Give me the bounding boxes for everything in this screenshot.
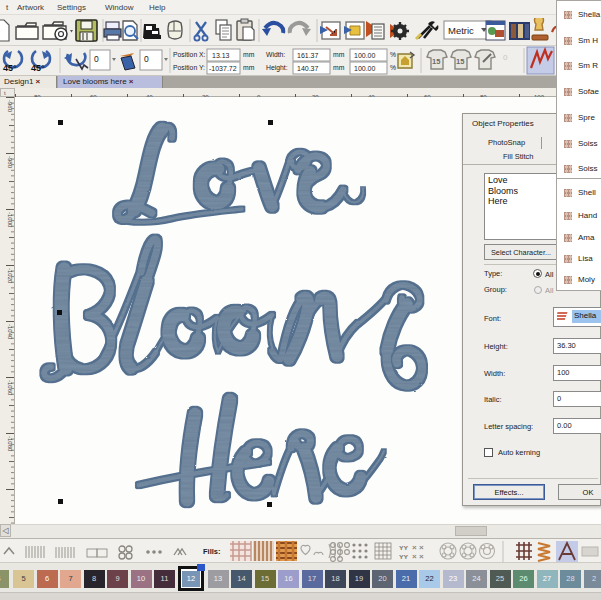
svg-text:100.00: 100.00 <box>354 65 376 72</box>
svg-text:45°: 45° <box>3 63 17 73</box>
svg-text:-1060: -1060 <box>7 380 13 396</box>
svg-text:%: % <box>390 64 396 71</box>
svg-text:100.00: 100.00 <box>354 52 376 59</box>
svg-text:Width:: Width: <box>266 51 285 58</box>
svg-text:-1040: -1040 <box>7 324 13 340</box>
svg-text:-1080: -1080 <box>7 436 13 452</box>
svg-text:140.37: 140.37 <box>297 65 319 72</box>
svg-text:ʏʏ: ʏʏ <box>399 552 409 561</box>
svg-text:%: % <box>390 51 396 58</box>
svg-text:161.37: 161.37 <box>297 52 319 59</box>
svg-text:-980: -980 <box>7 156 13 169</box>
svg-text:-1020: -1020 <box>7 268 13 284</box>
svg-text:-960: -960 <box>7 100 13 113</box>
svg-text:Position Y:: Position Y: <box>173 64 205 71</box>
svg-text:-1000: -1000 <box>7 212 13 228</box>
svg-text:× ×: × × <box>412 543 424 552</box>
svg-text:15: 15 <box>456 57 464 66</box>
svg-text:mm: mm <box>243 51 255 58</box>
svg-text:× ×: × × <box>412 552 424 561</box>
svg-text:Position X:: Position X: <box>173 51 206 58</box>
svg-text:0: 0 <box>503 53 508 62</box>
svg-text:Height:: Height: <box>266 64 288 72</box>
svg-text:-1037.72: -1037.72 <box>209 65 237 72</box>
svg-text:ʏʏ: ʏʏ <box>399 543 409 552</box>
svg-text:45°: 45° <box>31 63 45 73</box>
svg-text:mm: mm <box>333 64 345 71</box>
svg-text:0: 0 <box>94 54 99 64</box>
svg-text:13.13: 13.13 <box>212 52 230 59</box>
svg-text:mm: mm <box>333 51 345 58</box>
svg-text:Metric: Metric <box>448 25 474 36</box>
svg-text:0: 0 <box>144 54 149 64</box>
svg-text:mm: mm <box>243 64 255 71</box>
svg-text:15: 15 <box>432 57 440 66</box>
